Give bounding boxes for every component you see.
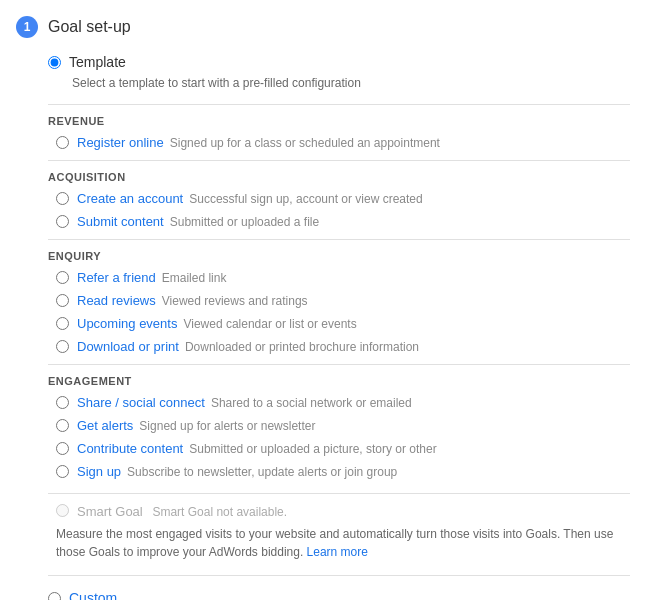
goal-text-register-online: Register onlineSigned up for a class or … xyxy=(77,135,440,150)
goal-item-register-online[interactable]: Register onlineSigned up for a class or … xyxy=(48,135,630,150)
smart-goal-info: Smart Goal not available. xyxy=(152,505,287,519)
template-label[interactable]: Template xyxy=(69,54,126,70)
categories-container: REVENUERegister onlineSigned up for a cl… xyxy=(48,104,630,479)
goal-text-read-reviews: Read reviewsViewed reviews and ratings xyxy=(77,293,308,308)
goal-name-create-account[interactable]: Create an account xyxy=(77,191,183,206)
page-title: Goal set-up xyxy=(48,18,131,36)
goal-desc-upcoming-events: Viewed calendar or list or events xyxy=(183,317,356,331)
goal-item-refer-friend[interactable]: Refer a friendEmailed link xyxy=(48,270,630,285)
goal-name-share-social[interactable]: Share / social connect xyxy=(77,395,205,410)
goal-desc-register-online: Signed up for a class or scheduled an ap… xyxy=(170,136,440,150)
goal-name-register-online[interactable]: Register online xyxy=(77,135,164,150)
goal-desc-read-reviews: Viewed reviews and ratings xyxy=(162,294,308,308)
goal-desc-share-social: Shared to a social network or emailed xyxy=(211,396,412,410)
page-header: 1 Goal set-up xyxy=(16,16,630,38)
goal-radio-read-reviews[interactable] xyxy=(56,294,69,307)
step-circle: 1 xyxy=(16,16,38,38)
goal-radio-submit-content[interactable] xyxy=(56,215,69,228)
goal-text-upcoming-events: Upcoming eventsViewed calendar or list o… xyxy=(77,316,357,331)
goal-name-submit-content[interactable]: Submit content xyxy=(77,214,164,229)
category-header-enquiry: ENQUIRY xyxy=(48,239,630,262)
goal-text-get-alerts: Get alertsSigned up for alerts or newsle… xyxy=(77,418,315,433)
goal-desc-create-account: Successful sign up, account or view crea… xyxy=(189,192,422,206)
goal-name-refer-friend[interactable]: Refer a friend xyxy=(77,270,156,285)
goal-radio-share-social[interactable] xyxy=(56,396,69,409)
category-revenue: REVENUERegister onlineSigned up for a cl… xyxy=(48,104,630,150)
category-enquiry: ENQUIRYRefer a friendEmailed linkRead re… xyxy=(48,239,630,354)
goal-item-get-alerts[interactable]: Get alertsSigned up for alerts or newsle… xyxy=(48,418,630,433)
goal-item-share-social[interactable]: Share / social connectShared to a social… xyxy=(48,395,630,410)
goal-desc-contribute-content: Submitted or uploaded a picture, story o… xyxy=(189,442,436,456)
goal-item-contribute-content[interactable]: Contribute contentSubmitted or uploaded … xyxy=(48,441,630,456)
goal-radio-sign-up[interactable] xyxy=(56,465,69,478)
goal-name-upcoming-events[interactable]: Upcoming events xyxy=(77,316,177,331)
goal-radio-upcoming-events[interactable] xyxy=(56,317,69,330)
category-header-engagement: ENGAGEMENT xyxy=(48,364,630,387)
goal-text-refer-friend: Refer a friendEmailed link xyxy=(77,270,226,285)
goal-radio-contribute-content[interactable] xyxy=(56,442,69,455)
custom-radio[interactable] xyxy=(48,592,61,601)
goal-radio-register-online[interactable] xyxy=(56,136,69,149)
goal-text-create-account: Create an accountSuccessful sign up, acc… xyxy=(77,191,423,206)
goal-radio-refer-friend[interactable] xyxy=(56,271,69,284)
goal-desc-get-alerts: Signed up for alerts or newsletter xyxy=(139,419,315,433)
goal-name-contribute-content[interactable]: Contribute content xyxy=(77,441,183,456)
goal-item-submit-content[interactable]: Submit contentSubmitted or uploaded a fi… xyxy=(48,214,630,229)
goal-item-upcoming-events[interactable]: Upcoming eventsViewed calendar or list o… xyxy=(48,316,630,331)
goal-text-submit-content: Submit contentSubmitted or uploaded a fi… xyxy=(77,214,319,229)
category-header-revenue: REVENUE xyxy=(48,104,630,127)
goal-text-contribute-content: Contribute contentSubmitted or uploaded … xyxy=(77,441,437,456)
goal-item-sign-up[interactable]: Sign upSubscribe to newsletter, update a… xyxy=(48,464,630,479)
goal-radio-download-print[interactable] xyxy=(56,340,69,353)
template-option[interactable]: Template xyxy=(48,54,630,70)
goal-name-sign-up[interactable]: Sign up xyxy=(77,464,121,479)
goal-radio-get-alerts[interactable] xyxy=(56,419,69,432)
main-section: Template Select a template to start with… xyxy=(16,54,630,600)
smart-goal-label: Smart Goal xyxy=(77,504,143,519)
goal-name-download-print[interactable]: Download or print xyxy=(77,339,179,354)
goal-desc-download-print: Downloaded or printed brochure informati… xyxy=(185,340,419,354)
template-subtitle: Select a template to start with a pre-fi… xyxy=(48,76,630,90)
goal-name-get-alerts[interactable]: Get alerts xyxy=(77,418,133,433)
smart-goal-section: Smart Goal Smart Goal not available. Mea… xyxy=(48,493,630,561)
goal-radio-create-account[interactable] xyxy=(56,192,69,205)
goal-desc-refer-friend: Emailed link xyxy=(162,271,227,285)
goal-name-read-reviews[interactable]: Read reviews xyxy=(77,293,156,308)
category-header-acquisition: ACQUISITION xyxy=(48,160,630,183)
smart-goal-text: Smart Goal Smart Goal not available. xyxy=(77,504,287,519)
goal-item-create-account[interactable]: Create an accountSuccessful sign up, acc… xyxy=(48,191,630,206)
smart-goal-radio[interactable] xyxy=(56,504,69,517)
divider xyxy=(48,575,630,576)
goal-desc-submit-content: Submitted or uploaded a file xyxy=(170,215,319,229)
learn-more-link[interactable]: Learn more xyxy=(307,545,368,559)
goal-item-read-reviews[interactable]: Read reviewsViewed reviews and ratings xyxy=(48,293,630,308)
goal-text-download-print: Download or printDownloaded or printed b… xyxy=(77,339,419,354)
goal-text-sign-up: Sign upSubscribe to newsletter, update a… xyxy=(77,464,397,479)
smart-goal-row: Smart Goal Smart Goal not available. xyxy=(48,504,630,519)
category-engagement: ENGAGEMENTShare / social connectShared t… xyxy=(48,364,630,479)
goal-item-download-print[interactable]: Download or printDownloaded or printed b… xyxy=(48,339,630,354)
goal-text-share-social: Share / social connectShared to a social… xyxy=(77,395,412,410)
template-radio[interactable] xyxy=(48,56,61,69)
custom-label[interactable]: Custom xyxy=(69,590,117,600)
smart-goal-description: Measure the most engaged visits to your … xyxy=(48,525,630,561)
custom-option[interactable]: Custom xyxy=(48,590,630,600)
goal-desc-sign-up: Subscribe to newsletter, update alerts o… xyxy=(127,465,397,479)
category-acquisition: ACQUISITIONCreate an accountSuccessful s… xyxy=(48,160,630,229)
